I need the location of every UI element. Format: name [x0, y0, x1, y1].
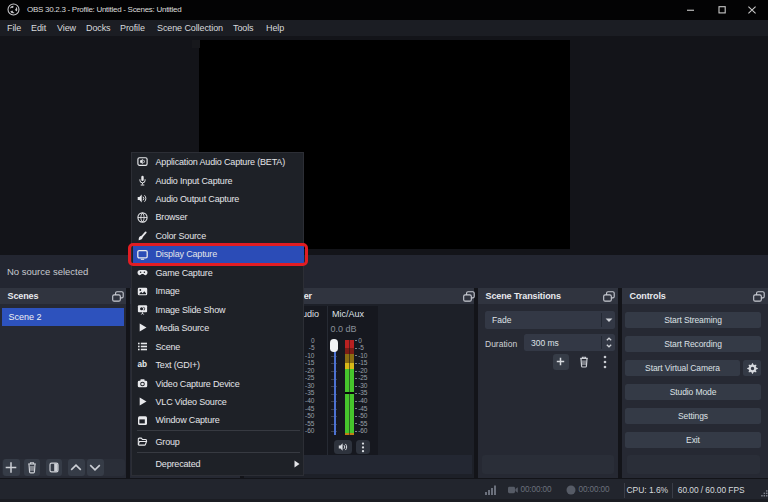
svg-text:ab: ab — [137, 361, 147, 370]
